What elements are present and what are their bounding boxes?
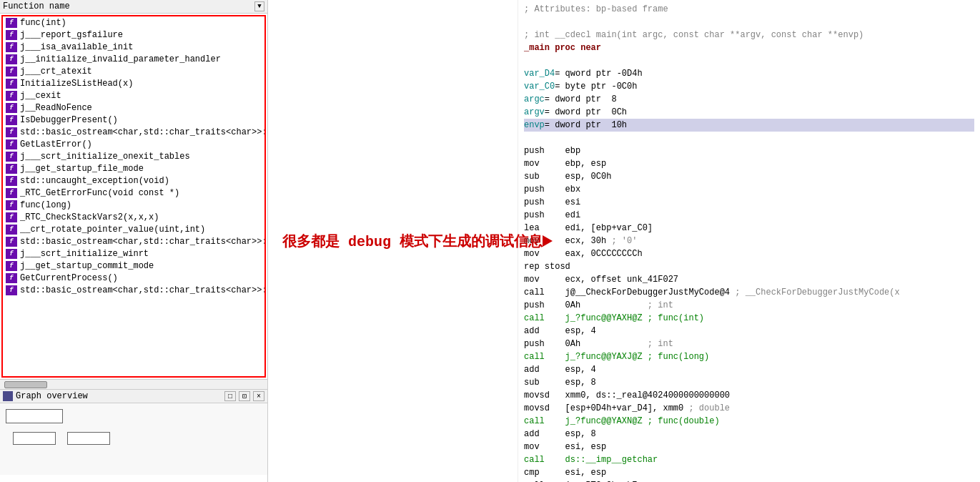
function-item[interactable]: fstd::basic_ostream<char,std::char_trait… <box>3 126 264 138</box>
graph-icon <box>3 391 13 401</box>
code-line <box>524 132 974 144</box>
code-line: argv= dword ptr 0Ch <box>524 106 974 119</box>
func-icon: f <box>6 285 17 295</box>
code-line: mov eax, 0CCCCCCCCh <box>524 247 974 260</box>
func-icon: f <box>6 152 17 162</box>
left-panel: Function name ▼ ffunc(int)fj___report_gs… <box>0 0 268 482</box>
func-icon: f <box>6 139 17 149</box>
code-line: push ebp <box>524 144 974 157</box>
function-item[interactable]: fj__get_startup_commit_mode <box>3 260 264 272</box>
func-name: func(int) <box>20 18 66 28</box>
func-icon: f <box>6 115 17 125</box>
code-line: movsd [esp+0D4h+var_D4], xmm0 ; double <box>524 402 974 415</box>
function-item[interactable]: fstd::basic_ostream<char,std::char_trait… <box>3 284 264 296</box>
func-icon: f <box>6 91 17 101</box>
code-line: mov ecx, offset unk_41F027 <box>524 273 974 286</box>
func-icon: f <box>6 30 17 40</box>
function-item[interactable]: fj___crt_atexit <box>3 65 264 77</box>
func-name: j___crt_atexit <box>20 67 92 77</box>
code-line: sub esp, 0C0h <box>524 170 974 183</box>
graph-restore-btn[interactable]: □ <box>224 391 236 401</box>
function-item[interactable]: f_RTC_GetErrorFunc(void const *) <box>3 187 264 199</box>
func-icon: f <box>6 42 17 52</box>
function-item[interactable]: fstd::basic_ostream<char,std::char_trait… <box>3 235 264 247</box>
code-line: rep stosd <box>524 260 974 273</box>
function-item[interactable]: fstd::uncaught_exception(void) <box>3 174 264 187</box>
func-name: std::basic_ostream<char,std::char_traits… <box>20 237 266 247</box>
code-line <box>524 54 974 67</box>
function-item[interactable]: f__crt_rotate_pointer_value(uint,int) <box>3 223 264 235</box>
function-item[interactable]: fj___isa_available_init <box>3 41 264 53</box>
code-line: argc= dword ptr 8 <box>524 93 974 106</box>
function-item[interactable]: fGetLastError() <box>3 138 264 150</box>
func-icon: f <box>6 164 17 174</box>
func-name: std::uncaught_exception(void) <box>20 176 169 186</box>
code-line: call j___RTC_CheckEsp <box>524 479 974 482</box>
function-item[interactable]: fj___scrt_initialize_winrt <box>3 247 264 260</box>
code-line: add esp, 8 <box>524 428 974 441</box>
code-panel[interactable]: ; Attributes: bp-based frame ; int __cde… <box>518 0 980 482</box>
func-icon: f <box>6 79 17 89</box>
code-line: var_C0= byte ptr -0C0h <box>524 80 974 93</box>
func-name: j__get_startup_commit_mode <box>20 261 154 271</box>
function-item[interactable]: fIsDebuggerPresent() <box>3 114 264 126</box>
func-name: __crt_rotate_pointer_value(uint,int) <box>20 225 205 235</box>
graph-node-3 <box>67 432 110 445</box>
graph-overview-panel: Graph overview □ ⊡ × <box>0 389 267 482</box>
code-line: add esp, 4 <box>524 325 974 338</box>
horizontal-scrollbar[interactable] <box>0 379 267 389</box>
func-name: j__ReadNoFence <box>20 103 92 113</box>
annotation-arrow: 很多都是 debug 模式下生成的调试信息 <box>282 232 503 251</box>
code-line: push ebx <box>524 183 974 196</box>
code-line: call j_?func@@YAXH@Z ; func(int) <box>524 312 974 325</box>
function-item[interactable]: fj___report_gsfailure <box>3 29 264 41</box>
graph-overview-header-left: Graph overview <box>3 391 88 401</box>
func-name: j___report_gsfailure <box>20 30 123 40</box>
annotation-area: 很多都是 debug 模式下生成的调试信息 <box>268 0 518 482</box>
function-item[interactable]: fj__cexit <box>3 89 264 102</box>
annotation-text: 很多都是 debug 模式下生成的调试信息 <box>282 232 543 251</box>
code-line: mov esi, esp <box>524 441 974 453</box>
function-item[interactable]: ffunc(int) <box>3 16 264 29</box>
code-line: lea edi, [ebp+var_C0] <box>524 222 974 235</box>
function-item[interactable]: fj__ReadNoFence <box>3 102 264 114</box>
function-item[interactable]: fj__initialize_invalid_parameter_handler <box>3 53 264 65</box>
code-line: call j_?func@@YAXJ@Z ; func(long) <box>524 350 974 363</box>
function-panel-title: Function name <box>3 1 70 11</box>
code-line: cmp esi, esp <box>524 466 974 479</box>
func-name: j___scrt_initialize_winrt <box>20 249 149 259</box>
code-line: sub esp, 8 <box>524 376 974 389</box>
function-item[interactable]: fj__get_startup_file_mode <box>3 162 264 174</box>
func-icon: f <box>6 103 17 113</box>
arrow-head <box>543 235 553 247</box>
graph-close-btn[interactable]: × <box>253 391 264 401</box>
code-line: var_D4= qword ptr -0D4h <box>524 67 974 80</box>
code-line: movsd xmm0, ds::_real@4024000000000000 <box>524 389 974 402</box>
code-line: call ds::__imp__getchar <box>524 453 974 466</box>
code-line: push edi <box>524 209 974 222</box>
func-icon: f <box>6 237 17 247</box>
function-item[interactable]: f_RTC_CheckStackVars2(x,x,x) <box>3 211 264 223</box>
graph-overview-header: Graph overview □ ⊡ × <box>0 390 267 403</box>
graph-fit-btn[interactable]: ⊡ <box>239 391 250 401</box>
func-icon: f <box>6 249 17 259</box>
func-icon: f <box>6 212 17 222</box>
code-line: _main proc near <box>524 41 974 54</box>
function-item[interactable]: ffunc(long) <box>3 199 264 211</box>
function-item[interactable]: fGetCurrentProcess() <box>3 272 264 284</box>
func-name: IsDebuggerPresent() <box>20 115 118 125</box>
function-item[interactable]: fInitializeSListHead(x) <box>3 77 264 89</box>
func-name: _RTC_CheckStackVars2(x,x,x) <box>20 212 159 222</box>
code-line: envp= dword ptr 10h <box>524 119 974 132</box>
function-list[interactable]: ffunc(int)fj___report_gsfailurefj___isa_… <box>1 15 266 378</box>
code-line: call j_?func@@YAXN@Z ; func(double) <box>524 415 974 428</box>
func-icon: f <box>6 273 17 283</box>
scrollbar-thumb[interactable] <box>4 381 47 388</box>
function-item[interactable]: fj___scrt_initialize_onexit_tables <box>3 150 264 162</box>
func-icon: f <box>6 67 17 77</box>
code-line: call j@__CheckForDebuggerJustMyCode@4 ; … <box>524 286 974 299</box>
func-icon: f <box>6 188 17 198</box>
func-icon: f <box>6 200 17 210</box>
function-list-header: Function name ▼ <box>0 0 267 14</box>
func-name: j___isa_available_init <box>20 42 133 52</box>
